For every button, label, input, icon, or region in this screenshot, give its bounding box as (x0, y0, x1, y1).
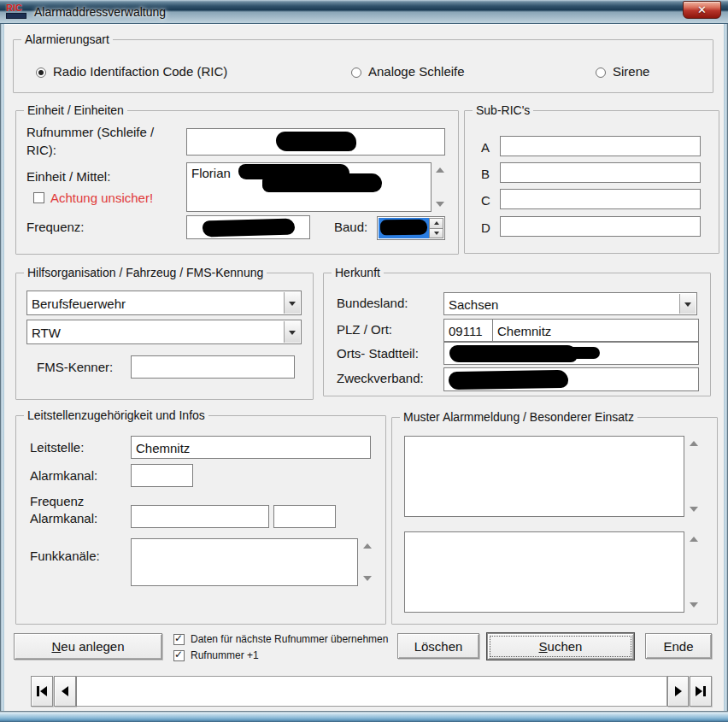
organisation-dropdown-button[interactable] (284, 292, 300, 314)
loeschen-button[interactable]: Löschen (397, 633, 479, 659)
funkkanaele-label: Funkkanäle: (30, 549, 100, 563)
arrow-left-icon (40, 686, 47, 696)
loeschen-label: Löschen (414, 639, 463, 654)
rufnummer-input[interactable] (186, 128, 445, 156)
check-icon: ✓ (174, 649, 183, 660)
plz-input[interactable]: 09111 (443, 319, 493, 342)
radio-analoge-schleife[interactable] (351, 68, 361, 78)
nav-previous-button[interactable] (54, 676, 76, 707)
einheit-mittel-scrollbar[interactable] (433, 162, 446, 212)
subric-b-input[interactable] (500, 162, 701, 183)
previous-record-icon (62, 686, 68, 696)
fahrzeug-value: RTW (32, 325, 61, 339)
zweckverband-input[interactable] (443, 367, 699, 391)
alarmkanal-input[interactable] (131, 464, 193, 487)
zweckverband-label: Zweckverband: (337, 371, 424, 385)
ort-input[interactable]: Chemnitz (492, 319, 699, 342)
einheit-mittel-textarea[interactable]: Florian (186, 162, 432, 212)
spin-down-button[interactable] (429, 229, 443, 239)
achtung-checkbox[interactable] (33, 192, 44, 203)
record-navigator-panel (76, 676, 667, 707)
ort-value: Chemnitz (497, 323, 551, 338)
group-herkunft: Herkunft Bundesland: Sachsen PLZ / Ort: … (323, 273, 711, 396)
focus-rectangle (490, 636, 631, 657)
subric-d-input[interactable] (500, 216, 701, 237)
app-icon-text: RIC (6, 3, 28, 13)
nav-next-button[interactable] (667, 676, 689, 707)
muster-alarmmeldung-textarea[interactable] (404, 436, 684, 517)
scroll-down-icon[interactable] (363, 576, 372, 585)
scroll-up-icon[interactable] (690, 437, 698, 446)
group-leitstelle-title: Leitstellenzugehörigkeit und Infos (24, 408, 208, 422)
window: RIC Alarmaddressverwaltung ✕ Alarmierung… (0, 0, 728, 722)
organisation-combobox[interactable]: Berufsfeuerwehr (26, 291, 302, 315)
subric-c-label: C (481, 193, 490, 208)
subric-a-label: A (481, 140, 490, 155)
muster-alarmmeldung-scrollbar[interactable] (687, 436, 700, 517)
scroll-down-icon[interactable] (436, 202, 444, 211)
radio-ric-label[interactable]: Radio Identifaction Code (RIC) (53, 64, 227, 79)
group-subrics-title: Sub-RIC's (473, 103, 533, 117)
funkkanaele-textarea[interactable] (131, 538, 358, 586)
frequenz-alarmkanal-input1[interactable] (131, 505, 269, 528)
spin-up-button[interactable] (429, 218, 443, 229)
baud-spinner[interactable] (429, 218, 443, 238)
daten-uebernehmen-checkbox[interactable]: ✓ (173, 634, 185, 645)
group-muster: Muster Alarmmeldung / Besonderer Einsatz (391, 417, 718, 625)
ortsteil-input[interactable] (443, 342, 699, 365)
window-titlebar[interactable]: RIC Alarmaddressverwaltung ✕ (0, 0, 728, 24)
subric-d-label: D (481, 220, 490, 235)
redaction-zweckverband (449, 370, 568, 390)
scroll-up-icon[interactable] (690, 532, 698, 542)
leitstelle-input[interactable]: Chemnitz (131, 436, 371, 459)
group-einheit: Einheit / Einheiten Rufnummer (Schleife … (15, 110, 459, 255)
bundesland-combobox[interactable]: Sachsen (443, 292, 697, 315)
subric-c-input[interactable] (500, 189, 701, 209)
daten-uebernehmen-label[interactable]: Daten für nächste Rufnummer übernehmen (191, 633, 388, 645)
radio-sirene[interactable] (596, 68, 606, 78)
ende-button[interactable]: Ende (645, 633, 712, 659)
suchen-button[interactable]: Suchen (486, 632, 635, 660)
last-record-icon (696, 686, 702, 696)
alarmkanal-label: Alarmkanal: (30, 468, 97, 483)
check-icon: ✓ (174, 632, 183, 644)
besonderer-einsatz-textarea[interactable] (404, 531, 684, 613)
scroll-up-icon[interactable] (436, 163, 444, 173)
group-alarmierungsart-title: Alarmierungsart (21, 32, 113, 46)
radio-sirene-label[interactable]: Sirene (613, 64, 649, 79)
app-icon: RIC (6, 3, 28, 20)
scroll-up-icon[interactable] (363, 539, 372, 549)
neu-anlegen-button[interactable]: Neu anlegen (14, 633, 162, 660)
bundesland-dropdown-button[interactable] (679, 294, 696, 314)
funkkanaele-scrollbar[interactable] (361, 538, 373, 586)
group-hilfsorganisation-title: Hilfsorganisation / Fahrzeug / FMS-Kennu… (24, 266, 267, 279)
nav-last-button[interactable] (690, 676, 712, 707)
rufnummer-plus1-label[interactable]: Rufnummer +1 (191, 649, 259, 661)
close-icon: ✕ (697, 3, 707, 16)
radio-analoge-schleife-label[interactable]: Analoge Schleife (368, 64, 465, 79)
group-alarmierungsart: Alarmierungsart Radio Identifaction Code… (13, 39, 713, 93)
rufnummer-plus1-checkbox[interactable]: ✓ (173, 650, 185, 661)
next-record-icon (675, 686, 682, 696)
scroll-down-icon[interactable] (690, 507, 698, 516)
nav-first-button[interactable] (31, 676, 53, 707)
window-border-right (724, 24, 728, 711)
besonderer-einsatz-scrollbar[interactable] (687, 531, 700, 613)
achtung-label[interactable]: Achtung unsicher! (50, 191, 153, 205)
fms-kenner-input[interactable] (131, 355, 295, 379)
fahrzeug-dropdown-button[interactable] (284, 321, 300, 343)
plz-value: 09111 (449, 323, 483, 338)
fahrzeug-combobox[interactable]: RTW (26, 320, 302, 344)
redaction-frequenz (203, 219, 295, 238)
baud-spinedit[interactable] (377, 216, 445, 240)
first-record-icon (37, 686, 39, 696)
neu-anlegen-label: eu anlegen (61, 639, 124, 654)
close-button[interactable]: ✕ (683, 1, 721, 19)
subric-a-input[interactable] (500, 136, 701, 156)
neu-anlegen-mnemonic: N (51, 639, 61, 654)
organisation-value: Berufsfeuerwehr (32, 296, 126, 310)
frequenz-input[interactable] (186, 215, 310, 239)
scroll-down-icon[interactable] (690, 602, 698, 612)
frequenz-alarmkanal-input2[interactable] (273, 505, 336, 528)
radio-ric[interactable] (36, 68, 46, 78)
